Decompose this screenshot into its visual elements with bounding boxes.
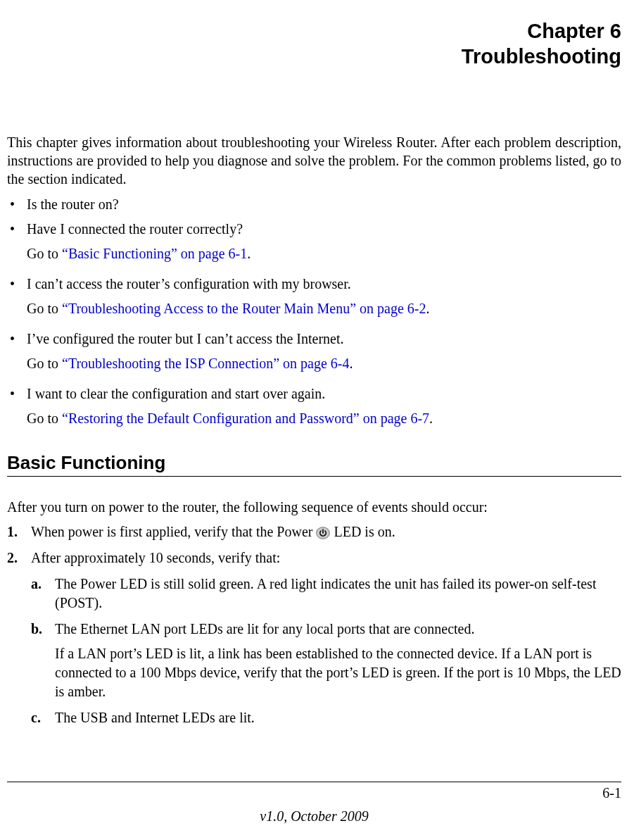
bullet-text: I’ve configured the router but I can’t a… [27,331,344,346]
cross-reference-link[interactable]: “Troubleshooting the ISP Connection” on … [62,356,349,371]
substeps-list: a. The Power LED is still solid green. A… [31,575,621,727]
bullet-text: Have I connected the router correctly? [27,221,243,237]
substep-text: The Ethernet LAN port LEDs are lit for a… [55,621,474,637]
list-item: • I can’t access the router’s configurat… [7,275,621,324]
step-text: After approximately 10 seconds, verify t… [31,550,280,565]
goto-suffix: . [429,410,433,426]
bullet-text: I want to clear the configuration and st… [27,386,325,401]
goto-suffix: . [426,301,430,316]
cross-reference-link[interactable]: “Troubleshooting Access to the Router Ma… [62,301,426,316]
chapter-heading: Chapter 6 Troubleshooting [7,18,621,70]
list-item: 1. When power is first applied, verify t… [7,522,621,541]
section-intro: After you turn on power to the router, t… [7,498,621,517]
bullet-marker: • [7,384,27,434]
goto-suffix: . [247,246,251,261]
steps-list: 1. When power is first applied, verify t… [7,522,621,734]
list-item: a. The Power LED is still solid green. A… [31,575,621,613]
substep-letter: a. [31,575,55,613]
problem-list: • Is the router on? • Have I connected t… [7,195,621,434]
goto-prefix: Go to [27,301,62,316]
bullet-marker: • [7,330,27,379]
section-heading: Basic Functioning [7,452,621,474]
list-item: • I want to clear the configuration and … [7,384,621,434]
substep-letter: b. [31,620,55,701]
power-icon [316,525,330,538]
cross-reference-link[interactable]: “Restoring the Default Configuration and… [62,410,429,426]
bullet-marker: • [7,220,27,269]
bullet-text: Is the router on? [27,196,119,212]
goto-prefix: Go to [27,410,62,426]
section-rule [7,476,621,477]
step-text: When power is first applied, verify that… [31,524,316,539]
step-number: 2. [7,548,31,734]
intro-paragraph: This chapter gives information about tro… [7,133,621,188]
substep-text: The Power LED is still solid green. A re… [55,576,596,610]
version-info: v1.0, October 2009 [7,808,621,825]
chapter-number: Chapter 6 [7,18,621,44]
substep-extra: If a LAN port’s LED is lit, a link has b… [55,644,621,701]
goto-prefix: Go to [27,356,62,371]
page-footer: 6-1 v1.0, October 2009 [7,782,621,825]
bullet-marker: • [7,275,27,324]
bullet-marker: • [7,195,27,214]
substep-text: The USB and Internet LEDs are lit. [55,710,255,725]
goto-suffix: . [349,356,353,371]
step-number: 1. [7,522,31,541]
list-item: 2. After approximately 10 seconds, verif… [7,548,621,734]
step-text-after: LED is on. [330,524,395,539]
page-number: 6-1 [7,785,621,801]
list-item: • Is the router on? [7,195,621,214]
list-item: c. The USB and Internet LEDs are lit. [31,708,621,727]
list-item: b. The Ethernet LAN port LEDs are lit fo… [31,620,621,701]
list-item: • Have I connected the router correctly?… [7,220,621,269]
list-item: • I’ve configured the router but I can’t… [7,330,621,379]
goto-prefix: Go to [27,246,62,261]
bullet-text: I can’t access the router’s configuratio… [27,276,351,292]
chapter-title: Troubleshooting [7,44,621,69]
cross-reference-link[interactable]: “Basic Functioning” on page 6-1 [62,246,247,261]
substep-letter: c. [31,708,55,727]
footer-rule [7,782,621,782]
